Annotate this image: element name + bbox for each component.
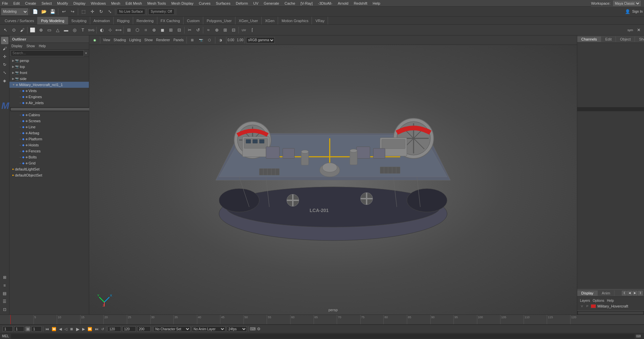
tab-rigging[interactable]: Rigging: [114, 17, 133, 24]
sphere-icon[interactable]: ⊕: [37, 26, 45, 34]
viewport-canvas[interactable]: LCA-201: [89, 45, 577, 315]
snap-icon[interactable]: ⊹: [106, 26, 114, 34]
tab-fx-caching[interactable]: FX Caching: [157, 17, 183, 24]
outliner-display-menu[interactable]: Display: [11, 44, 22, 48]
fill-icon[interactable]: ◼: [158, 26, 166, 34]
tree-item-platform[interactable]: → ◆ ◆ Platform: [9, 136, 89, 142]
nav-right-right[interactable]: ⟫: [638, 291, 643, 295]
next-frame-button[interactable]: ▶: [82, 327, 86, 331]
lasso-icon[interactable]: ⊙: [10, 26, 18, 34]
timeline[interactable]: 5101520253035404550556065707580859095100…: [0, 315, 644, 325]
layer-p-button[interactable]: P: [585, 304, 589, 308]
step-forward-button[interactable]: ⏩: [87, 327, 93, 331]
menu-surfaces[interactable]: Surfaces: [216, 1, 230, 5]
mirror-icon[interactable]: ⟺: [114, 26, 122, 34]
menu-cache[interactable]: Cache: [284, 1, 295, 5]
crease-icon[interactable]: ⌈: [248, 26, 256, 34]
vp-renderer-menu[interactable]: Renderer: [155, 38, 171, 42]
vp-shading-menu[interactable]: Shading: [112, 38, 127, 42]
preferences-icon[interactable]: ⚙: [257, 327, 261, 331]
tree-item-screws[interactable]: → ◆ ◆ Screws: [9, 118, 89, 124]
right-panel-scrollbar[interactable]: [577, 311, 644, 315]
torus-icon[interactable]: ◎: [70, 26, 78, 34]
soft-select-icon[interactable]: ◐: [98, 26, 106, 34]
tab-rendering[interactable]: Rendering: [133, 17, 157, 24]
extrude-icon[interactable]: ⊞: [125, 26, 133, 34]
text-icon[interactable]: T: [79, 26, 87, 34]
paint-tool[interactable]: 🖌: [1, 45, 8, 52]
mode-selector[interactable]: Modeling: [1, 8, 28, 15]
end1-input[interactable]: [108, 326, 121, 332]
tree-item-vints[interactable]: → ◆ ◆ Vints: [9, 88, 89, 94]
tab-poly-modeling[interactable]: Poly Modeling: [38, 17, 68, 24]
tab-sculpting[interactable]: Sculpting: [68, 17, 90, 24]
menu-create[interactable]: Create: [25, 1, 36, 5]
menu-display[interactable]: Display: [73, 1, 86, 5]
tree-item-persp[interactable]: ▶ 📷 persp: [9, 58, 89, 64]
layer-row[interactable]: V P Military_Hovercraft: [579, 303, 643, 309]
vp-grid-icon[interactable]: ⊞: [188, 36, 196, 44]
prev-frame-button[interactable]: ◀: [58, 327, 62, 331]
menu-vray[interactable]: [V-Ray]: [301, 1, 313, 5]
go-end-button[interactable]: ⏭: [94, 327, 99, 331]
layer-v-button[interactable]: V: [580, 304, 584, 308]
frame2-input[interactable]: [14, 326, 24, 332]
tab-motion-graphics[interactable]: Motion Graphics: [278, 17, 312, 24]
merge-icon[interactable]: ⊕: [150, 26, 158, 34]
sign-in-icon[interactable]: 👤: [624, 8, 632, 16]
node-editor-icon[interactable]: ⊡: [1, 306, 8, 313]
menu-edit-mesh[interactable]: Edit Mesh: [125, 1, 142, 5]
menu-redshift[interactable]: Redshift: [354, 1, 367, 5]
select-tool-icon[interactable]: ↖: [1, 26, 9, 34]
menu-help[interactable]: Help: [373, 1, 380, 5]
viewport-cam-icon[interactable]: ◉: [91, 36, 99, 44]
menu-3dtoall[interactable]: -3DtoAll-: [318, 1, 332, 5]
tree-item-airbag[interactable]: → ◆ ◆ Airbag: [9, 130, 89, 136]
save-scene-icon[interactable]: 💾: [49, 8, 57, 16]
tab-xgen[interactable]: XGen: [262, 17, 278, 24]
frame3-input[interactable]: [32, 326, 42, 332]
gamma-selector[interactable]: sRGB gamma: [246, 37, 275, 43]
show-manip-tool[interactable]: ◈: [1, 77, 8, 84]
menu-curves[interactable]: Curves: [199, 1, 211, 5]
loop-button[interactable]: ↺: [101, 327, 105, 331]
no-live-surface-label[interactable]: No Live Surface: [117, 9, 145, 15]
combine-icon[interactable]: ⊞: [221, 26, 229, 34]
tab-edit[interactable]: Edit: [601, 37, 616, 42]
select-icon[interactable]: ⬚: [79, 8, 88, 16]
end3-input[interactable]: [137, 326, 151, 332]
menu-mesh-tools[interactable]: Mesh Tools: [147, 1, 166, 5]
cone-icon[interactable]: △: [54, 26, 62, 34]
fps-select[interactable]: 24fps: [227, 326, 247, 332]
tree-item-lightset[interactable]: ● defaultLightSet: [9, 166, 89, 172]
tree-item-airinlets[interactable]: → ◆ ◆ Air_inlets: [9, 100, 89, 106]
tab-xgen-user[interactable]: XGen_User: [235, 17, 262, 24]
tree-item-bolts[interactable]: → ◆ ◆ Bolts: [9, 154, 89, 160]
tree-item-side[interactable]: ▶ 📷 side: [9, 76, 89, 82]
scale-tool[interactable]: ⤡: [1, 69, 8, 76]
tree-item-engines[interactable]: → ◆ ◆ Engines: [9, 94, 89, 100]
nav-right[interactable]: ▶: [633, 291, 637, 295]
scale-icon[interactable]: ⤡: [106, 8, 114, 16]
tab-custom[interactable]: Custom: [183, 17, 203, 24]
boolean-icon[interactable]: ⊕: [213, 26, 221, 34]
vp-panels-menu[interactable]: Panels: [172, 38, 185, 42]
menu-uv[interactable]: UV: [253, 1, 258, 5]
tab-object[interactable]: Object: [616, 37, 635, 42]
end2-input[interactable]: [122, 326, 136, 332]
help-label[interactable]: Help: [607, 299, 614, 302]
close-sym-icon[interactable]: ✕: [635, 26, 643, 34]
rotate-tool[interactable]: ↻: [1, 61, 8, 68]
mel-input[interactable]: [11, 334, 635, 339]
tree-item-line[interactable]: → ◆ ◆ Line: [9, 124, 89, 130]
smooth-icon[interactable]: ≈: [204, 26, 212, 34]
open-scene-icon[interactable]: 📂: [40, 8, 48, 16]
separate-icon[interactable]: ⊟: [229, 26, 237, 34]
bridge-icon[interactable]: ⌗: [142, 26, 150, 34]
play-back-button[interactable]: ◁: [64, 327, 68, 331]
cylinder-icon[interactable]: ▭: [45, 26, 53, 34]
menu-mesh[interactable]: Mesh: [111, 1, 120, 5]
undo-icon[interactable]: ↩: [60, 8, 68, 16]
step-back-button[interactable]: ⏪: [51, 327, 57, 331]
stop-button[interactable]: ⏹: [69, 327, 74, 331]
